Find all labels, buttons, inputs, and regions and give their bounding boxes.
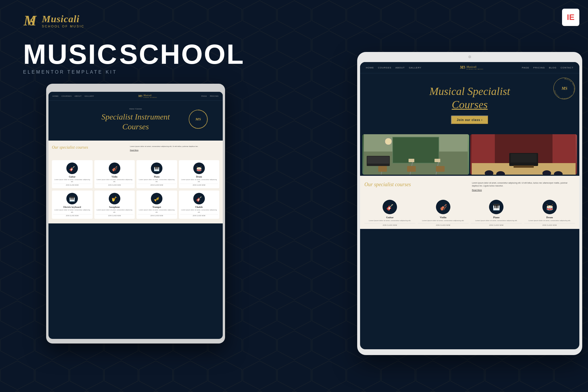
front-ukulele-desc: Lorem ipsum dolor sit amet, consectetur … [180,209,218,213]
front-course-grid: 🎸 Guitar Lorem ipsum dolor sit amet, con… [48,160,223,223]
headline-school: SCHOOL [119,39,245,70]
svg-rect-14 [435,159,440,162]
front-drum-desc: Lorem ipsum dolor sit amet, consectetur … [180,179,218,183]
front-nav: HOME COURSES ABOUT GALLERY MS Musicali S… [48,92,223,101]
front-violin-name: Violin [95,176,134,178]
front-nav-courses[interactable]: COURSES [61,95,72,97]
front-piano-name: Piano [138,176,176,178]
headline-sub: ELEMENTOR TEMPLATE KIT [23,70,245,75]
svg-text:🎻: 🎻 [112,166,117,171]
brand-logo: M S Musicali SCHOOL OF MUSIC [23,12,85,31]
back-courses-layout: Our specialist courses Lorem ipsum dolor… [364,182,575,191]
front-courses-right: Lorem ipsum dolor sit amet, consectetur … [130,145,219,152]
back-nav-logo-ms: MS [460,64,465,71]
front-nav-about[interactable]: ABOUT [74,95,82,97]
logo-icon-group: M S Musicali SCHOOL OF MUSIC [23,12,85,30]
front-circular-badge: Musical Specialist · Instrument Courses … [188,109,208,130]
back-nav-contact[interactable]: CONTACT [561,66,574,69]
back-nav-pricing[interactable]: PRICING [533,66,545,69]
svg-point-8 [385,138,392,145]
front-drum-btn[interactable]: JOIN CLASS NOW [180,184,218,186]
back-courses-readmore[interactable]: Read More [472,189,575,191]
front-guitar-btn[interactable]: JOIN CLASS NOW [53,184,91,186]
back-courses-left: Our specialist courses [364,182,468,191]
svg-text:🎹: 🎹 [493,204,500,211]
front-nav-home[interactable]: HOME [53,95,59,97]
front-trumpet-btn[interactable]: JOIN CLASS NOW [138,214,176,216]
drum-name: Drum [524,216,575,219]
piano-icon-circle: 🎹 [489,200,503,214]
back-circular-badge: Musical Specialist · Instrument · Course… [553,78,575,99]
violin-btn[interactable]: JOIN CLASS NOW [418,223,469,226]
svg-text:🥁: 🥁 [196,166,202,171]
svg-rect-7 [393,137,439,163]
front-nav-page[interactable]: PAGE [201,95,207,97]
back-nav-gallery[interactable]: GALLERY [409,66,422,69]
front-violin-btn[interactable]: JOIN CLASS NOW [95,184,134,186]
front-hero-line1: Specialist Instrument [101,112,170,121]
svg-text:🎸: 🎸 [69,166,75,171]
drum-btn[interactable]: JOIN CLASS NOW [524,223,575,226]
tablet-notch-back [468,55,471,58]
front-courses-title: Our specialist courses [52,145,126,150]
violin-name: Violin [418,216,469,219]
front-nav-gallery[interactable]: GALLERY [85,95,94,97]
back-course-card-guitar: 🎸 Guitar Lorem ipsum dolor sit amet, con… [364,200,415,226]
front-card-violin: 🎻 Violin Lorem ipsum dolor sit amet, con… [94,160,135,188]
guitar-icon-circle: 🎸 [383,200,397,214]
back-image-classroom [362,134,469,175]
front-piano-desc: Lorem ipsum dolor sit amet, consectetur … [138,179,176,183]
svg-text:🎸: 🎸 [386,204,394,211]
drum-icon-circle: 🥁 [542,200,557,214]
back-nav-right-links: PAGE PRICING BLOG CONTACT [522,66,574,69]
front-saxophone-icon: 🎷 [109,193,120,204]
guitar-btn[interactable]: JOIN CLASS NOW [364,223,415,226]
piano-btn[interactable]: JOIN CLASS NOW [471,223,522,226]
back-nav-courses[interactable]: COURSES [378,66,392,69]
back-course-card-drum: 🥁 Drum Lorem ipsum dolor sit amet, conse… [524,200,575,226]
back-hero-btn[interactable]: Join our class › [451,115,488,124]
front-courses-readmore[interactable]: Read More [130,149,219,151]
front-trumpet-name: Trumpet [138,206,176,208]
back-courses-desc: Lorem ipsum dolor sit amet, consectetur … [472,182,575,187]
back-nav-home[interactable]: HOME [366,66,374,69]
front-nav-logo-ms: MS [138,94,142,99]
front-ukulele-btn[interactable]: JOIN CLASS NOW [180,214,218,216]
violin-icon-circle: 🎻 [436,200,450,214]
front-courses-layout: Our specialist courses Lorem ipsum dolor… [52,145,219,152]
svg-rect-18 [407,166,416,172]
svg-rect-26 [514,165,534,168]
headline-line1: MUSIC SCHOOL [23,40,245,68]
back-nav-logo-subtitle: SCHOOL OF MUSIC [467,68,484,70]
svg-text:MS: MS [561,86,567,91]
front-hero: Home / Courses Specialist Instrument Cou… [48,101,223,141]
front-card-ukulele: 🎸 Ukulele Lorem ipsum dolor sit amet, co… [179,191,220,219]
stage-image [470,134,577,175]
svg-text:MS: MS [460,65,465,70]
front-nav-logo: MS Musicali SCHOOL OF MUSIC [138,94,157,99]
front-keyboard-btn[interactable]: JOIN CLASS NOW [53,214,91,216]
front-courses-desc: Lorem ipsum dolor sit amet, consectetur … [130,145,198,147]
headline-music: MUSIC [23,39,118,70]
back-image-stage [470,134,577,175]
svg-rect-19 [436,166,445,172]
back-nav-logo-text-block: Musicali SCHOOL OF MUSIC [467,65,484,70]
svg-rect-17 [378,166,387,172]
front-saxophone-btn[interactable]: JOIN CLASS NOW [95,214,134,216]
front-nav-pricing[interactable]: PRICING [210,95,219,97]
piano-name: Piano [471,216,522,219]
front-piano-btn[interactable]: JOIN CLASS NOW [138,184,176,186]
back-nav: HOME COURSES ABOUT GALLERY MS Musicali S… [360,62,579,73]
back-nav-about[interactable]: ABOUT [396,66,405,69]
front-guitar-icon: 🎸 [66,163,78,174]
back-nav-page[interactable]: PAGE [522,66,529,69]
front-courses-left: Our specialist courses [52,145,126,152]
svg-text:🎹: 🎹 [69,196,75,202]
back-nav-logo-name: Musicali [467,65,484,68]
svg-text:🎺: 🎺 [154,196,160,202]
front-piano-icon: 🎹 [151,163,162,174]
front-tablet-screen: HOME COURSES ABOUT GALLERY MS Musicali S… [48,92,223,339]
svg-text:MS: MS [138,94,142,98]
logo-text-block: Musicali SCHOOL OF MUSIC [42,14,85,28]
back-nav-blog[interactable]: BLOG [549,66,557,69]
